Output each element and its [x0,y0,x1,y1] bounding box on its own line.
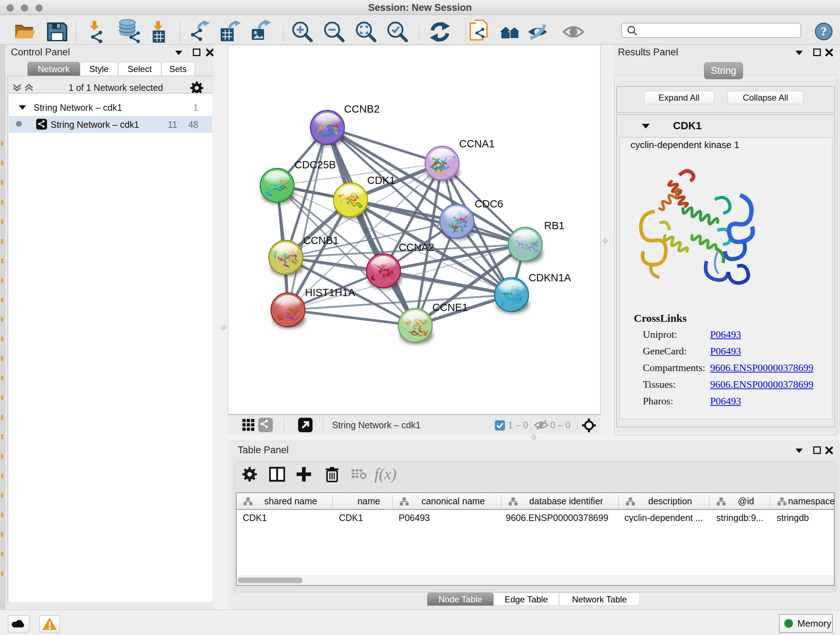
svg-text:CDC6: CDC6 [475,198,503,210]
svg-text:CDK1: CDK1 [367,174,395,186]
svg-text:CDKN1A: CDKN1A [529,272,571,283]
svg-text:HIST1H1A: HIST1H1A [305,287,355,298]
svg-text:CDC25B: CDC25B [294,159,336,171]
svg-text:?: ? [821,25,827,38]
svg-text:RB1: RB1 [544,220,564,231]
svg-text:CCNA2: CCNA2 [399,241,434,253]
svg-text:CCNA1: CCNA1 [459,138,494,149]
svg-text:CCNE1: CCNE1 [432,302,468,313]
svg-text:CCNB2: CCNB2 [344,103,379,115]
svg-text:CCNB1: CCNB1 [303,234,339,246]
